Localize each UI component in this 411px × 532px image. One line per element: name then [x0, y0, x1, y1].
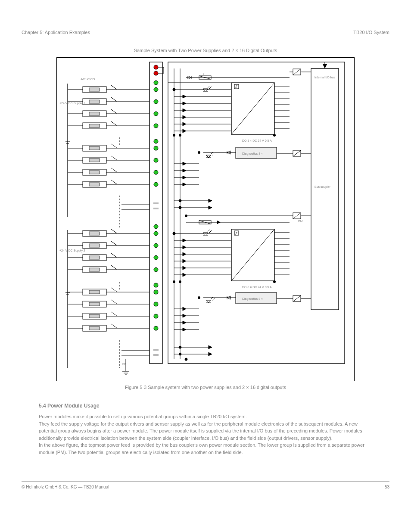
svg-point-112	[154, 224, 158, 229]
svg-text:Diagnostics
8 ×: Diagnostics 8 ×	[242, 152, 263, 156]
svg-point-267	[173, 134, 175, 137]
svg-marker-131	[183, 95, 186, 98]
page-footer: © Helmholz GmbH & Co. KG — TB20 Manual 5…	[22, 482, 389, 489]
svg-rect-110	[153, 202, 159, 204]
svg-text:Internal
I/O bus: Internal I/O bus	[314, 76, 335, 79]
svg-line-10	[111, 85, 117, 90]
svg-line-40	[111, 168, 117, 172]
svg-point-274	[198, 296, 200, 299]
svg-line-85	[111, 324, 117, 328]
svg-point-270	[173, 280, 175, 283]
svg-rect-206	[234, 231, 239, 235]
svg-marker-135	[183, 109, 186, 112]
svg-rect-23	[89, 124, 100, 128]
svg-line-45	[111, 180, 117, 184]
svg-line-35	[111, 156, 117, 160]
svg-marker-192	[209, 206, 212, 209]
svg-point-120	[154, 314, 158, 318]
svg-marker-256	[209, 345, 212, 349]
svg-text:DO 8 ×
DC 24 V
0.5 A: DO 8 × DC 24 V 0.5 A	[242, 139, 272, 142]
body-para-2: They feed the supply voltage for the out…	[39, 420, 372, 442]
svg-marker-227	[183, 266, 186, 270]
svg-point-100	[154, 81, 158, 85]
svg-point-95	[154, 65, 158, 69]
svg-rect-262	[311, 68, 339, 310]
svg-rect-122	[153, 349, 159, 351]
svg-line-244	[293, 296, 301, 302]
svg-marker-230	[203, 233, 208, 235]
svg-marker-182	[183, 162, 186, 165]
svg-line-163	[209, 87, 212, 89]
svg-line-232	[208, 229, 210, 232]
svg-line-171	[211, 152, 213, 154]
svg-rect-111	[153, 208, 159, 209]
svg-point-117	[154, 283, 158, 287]
svg-marker-258	[209, 352, 212, 356]
svg-marker-190	[209, 199, 212, 202]
svg-text:DO 8 ×
DC 24 V
0.5 A: DO 8 × DC 24 V 0.5 A	[242, 286, 272, 289]
svg-rect-48	[89, 232, 100, 235]
svg-line-65	[111, 265, 117, 270]
svg-text:Bus
coupler: Bus coupler	[314, 185, 331, 189]
svg-point-103	[154, 112, 158, 116]
svg-line-178	[293, 150, 301, 156]
footer-right: 53	[385, 485, 389, 489]
svg-line-196	[293, 213, 301, 219]
svg-marker-141	[183, 129, 186, 133]
svg-text:+24 V DC
Supply 2: +24 V DC Supply 2	[59, 249, 85, 252]
svg-point-199	[185, 215, 187, 217]
svg-point-107	[154, 158, 158, 162]
svg-rect-123	[153, 354, 159, 356]
svg-rect-63	[89, 268, 100, 271]
svg-point-272	[273, 280, 276, 283]
svg-point-273	[198, 151, 200, 154]
svg-point-260	[179, 353, 181, 355]
svg-rect-33	[89, 159, 100, 162]
body-para-1: Power modules make it possible to set up…	[39, 413, 372, 420]
svg-point-113	[154, 231, 158, 236]
svg-marker-203	[217, 221, 221, 224]
header-right: TB20 I/O System	[353, 30, 389, 35]
svg-marker-186	[183, 176, 186, 179]
section-title: 5.4 Power Module Usage	[39, 403, 372, 409]
svg-rect-83	[89, 327, 100, 330]
svg-text:PM: PM	[298, 220, 303, 223]
svg-line-174	[293, 69, 301, 75]
schematic-diagram: F DO 8 × DC 24 V 0.5 A	[56, 57, 355, 381]
svg-point-193	[179, 199, 181, 202]
svg-point-105	[154, 139, 158, 143]
svg-marker-229	[183, 273, 186, 277]
svg-line-149	[231, 83, 274, 134]
body-para-3: In the above figure, the topmost power f…	[39, 442, 372, 456]
svg-marker-160	[203, 89, 208, 91]
svg-line-80	[111, 312, 117, 316]
svg-marker-225	[183, 259, 186, 263]
svg-line-60	[111, 253, 117, 258]
svg-line-15	[111, 97, 117, 102]
svg-point-101	[154, 87, 158, 92]
svg-point-119	[154, 302, 158, 306]
svg-marker-248	[183, 307, 186, 311]
header-left: Chapter 5: Application Examples	[22, 30, 90, 35]
svg-line-20	[111, 109, 117, 114]
svg-rect-43	[89, 183, 100, 186]
svg-rect-8	[89, 88, 100, 91]
svg-rect-78	[89, 314, 100, 318]
svg-rect-18	[89, 112, 100, 115]
svg-point-217	[173, 232, 175, 235]
svg-line-70	[111, 288, 117, 292]
svg-line-75	[111, 300, 117, 304]
svg-marker-184	[183, 169, 186, 172]
figure-title: Sample System with Two Power Supplies an…	[22, 48, 389, 53]
svg-marker-252	[183, 321, 186, 324]
svg-marker-219	[183, 239, 186, 242]
page-header: Chapter 5: Application Examples TB20 I/O…	[22, 30, 389, 35]
svg-line-25	[111, 121, 117, 126]
svg-rect-38	[89, 171, 100, 174]
svg-point-114	[154, 243, 158, 248]
svg-rect-73	[89, 302, 100, 306]
svg-rect-53	[89, 244, 100, 247]
svg-text:Actuators: Actuators	[81, 77, 95, 81]
svg-marker-137	[183, 115, 186, 119]
svg-marker-264	[323, 64, 327, 68]
